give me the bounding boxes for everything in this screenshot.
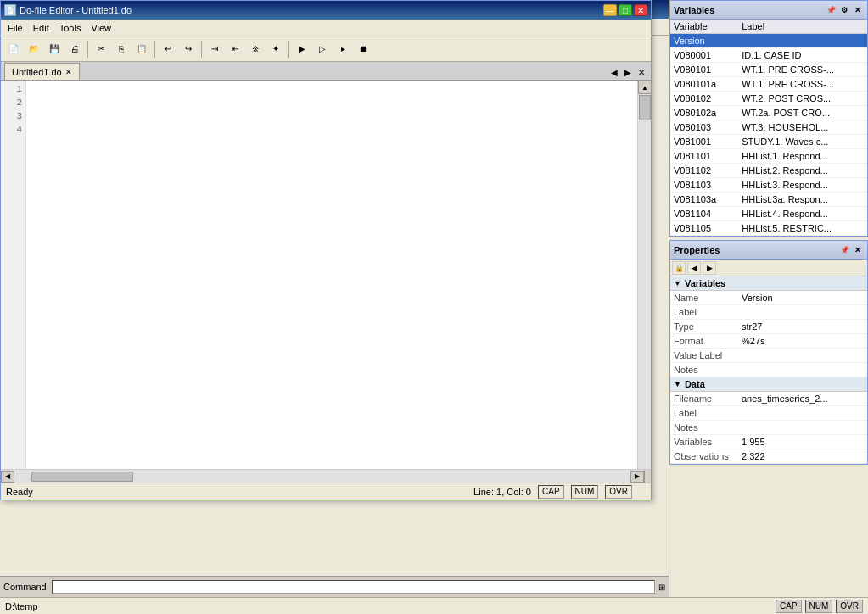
toolbar-sep-2 (154, 41, 155, 58)
table-row[interactable]: V081104HHList.4. Respond... (670, 207, 867, 221)
redo-button[interactable]: ↪ (179, 40, 198, 59)
line-number-3: 3 (1, 109, 25, 123)
props-field-value (738, 305, 867, 319)
table-row[interactable]: V080103WT.3. HOUSEHOL... (670, 120, 867, 135)
props-variables-section[interactable]: ▼ Variables (670, 276, 867, 291)
props-back-button[interactable]: ◀ (687, 261, 701, 275)
variables-panel-icons[interactable]: 📌 ⚙ ✕ (825, 4, 864, 16)
properties-panel-pin-icon[interactable]: 📌 (838, 244, 850, 256)
editor-content-area[interactable] (26, 81, 637, 469)
props-row: Typestr27 (670, 320, 867, 334)
props-lock-button[interactable]: 🔒 (672, 261, 686, 275)
table-row[interactable]: Version (670, 34, 867, 48)
props-field-value: anes_timeseries_2... (738, 392, 867, 405)
dofile-close-button[interactable]: ✕ (634, 4, 647, 16)
hscroll-thumb[interactable] (31, 472, 133, 482)
command-label: Command (3, 582, 47, 592)
props-field-label: Notes (670, 363, 738, 377)
dofile-menu-view[interactable]: View (86, 21, 116, 35)
dofile-menu-tools[interactable]: Tools (54, 21, 87, 35)
variable-name-cell: V081103a (670, 193, 738, 207)
dofile-tab-untitled[interactable]: Untitled1.do ✕ (4, 63, 80, 80)
comment-button[interactable]: ※ (246, 40, 265, 59)
dofile-maximize-button[interactable]: □ (619, 4, 632, 16)
run-selection-button[interactable]: ▷ (313, 40, 332, 59)
bottom-ovr-tag: OVR (836, 600, 863, 613)
dofile-menu-file[interactable]: File (3, 21, 28, 35)
table-row[interactable]: V080101WT.1. PRE CROSS-... (670, 63, 867, 77)
props-row: Filenameanes_timeseries_2... (670, 392, 867, 406)
tab-close-all-button[interactable]: ✕ (636, 66, 647, 78)
dofile-menu-edit[interactable]: Edit (28, 21, 54, 35)
properties-panel-icons[interactable]: 📌 ✕ (838, 244, 864, 256)
variable-label-cell: WT.1. PRE CROSS-... (738, 77, 867, 92)
props-data-fields: Filenameanes_timeseries_2...LabelNotesVa… (670, 392, 867, 464)
copy-button[interactable]: ⎘ (112, 40, 131, 59)
save-file-button[interactable]: 💾 (45, 40, 64, 59)
variables-table: Variable Label VersionV080001ID.1. CASE … (670, 20, 867, 236)
uncomment-button[interactable]: ✦ (266, 40, 285, 59)
paste-button[interactable]: 📋 (132, 40, 151, 59)
variables-panel-pin-icon[interactable]: 📌 (825, 4, 837, 16)
editor-vertical-scrollbar[interactable]: ▲ (637, 81, 651, 469)
props-row: Notes (670, 421, 867, 435)
properties-toolbar: 🔒 ◀ ▶ (670, 260, 867, 276)
editor-horizontal-scrollbar[interactable]: ◀ ▶ (1, 469, 651, 483)
table-row[interactable]: V081101HHList.1. Respond... (670, 149, 867, 164)
table-row[interactable]: V080102aWT.2a. POST CRO... (670, 106, 867, 120)
indent-button[interactable]: ⇥ (205, 40, 224, 59)
table-row[interactable]: V081105HHList.5. RESTRIC... (670, 221, 867, 236)
dofile-statusbar: Ready Line: 1, Col: 0 CAP NUM OVR (1, 483, 651, 500)
dofile-window-controls[interactable]: — □ ✕ (603, 4, 647, 16)
variables-table-container[interactable]: Variable Label VersionV080001ID.1. CASE … (670, 20, 867, 236)
variable-name-cell: V080102 (670, 92, 738, 106)
props-field-label: Label (670, 305, 738, 319)
line-number-4: 4 (1, 123, 25, 137)
hscroll-left-arrow[interactable]: ◀ (1, 471, 14, 483)
vscroll-thumb[interactable] (639, 95, 651, 120)
variables-panel-settings-icon[interactable]: ⚙ (838, 4, 850, 16)
run-button[interactable]: ▶ (293, 40, 311, 59)
command-panel-btn[interactable]: ⊞ (658, 583, 665, 592)
props-field-label: Label (670, 406, 738, 420)
hscroll-right-arrow[interactable]: ▶ (630, 471, 644, 483)
bottom-cap-tag: CAP (776, 600, 802, 613)
table-row[interactable]: V081103HHList.3. Respond... (670, 178, 867, 193)
props-field-label: Name (670, 291, 738, 304)
table-row[interactable]: V080102WT.2. POST CROS... (670, 92, 867, 106)
table-row[interactable]: V080101aWT.1. PRE CROSS-... (670, 77, 867, 92)
properties-panel-close-icon[interactable]: ✕ (852, 244, 864, 256)
table-row[interactable]: V081001STUDY.1. Waves c... (670, 135, 867, 149)
props-variables-toggle[interactable]: ▼ (674, 279, 681, 287)
editor-textarea[interactable] (26, 81, 637, 469)
props-data-toggle[interactable]: ▼ (674, 380, 681, 388)
props-field-label: Value Label (670, 349, 738, 362)
outdent-button[interactable]: ⇤ (226, 40, 244, 59)
line-number-2: 2 (1, 96, 25, 109)
dofile-tab-close-button[interactable]: ✕ (65, 68, 72, 76)
tab-scroll-left-button[interactable]: ◀ (608, 66, 620, 78)
command-input[interactable] (52, 580, 655, 594)
stop-button[interactable]: ⏹ (354, 40, 372, 59)
open-file-button[interactable]: 📂 (25, 40, 43, 59)
variables-panel-title: Variables (674, 5, 714, 15)
table-row[interactable]: V080001ID.1. CASE ID (670, 48, 867, 63)
new-file-button[interactable]: 📄 (4, 40, 23, 59)
dofile-minimize-button[interactable]: — (603, 4, 617, 16)
print-button[interactable]: 🖨 (65, 40, 84, 59)
variables-panel-close-icon[interactable]: ✕ (852, 4, 864, 16)
variable-label-cell: HHList.4. Respond... (738, 207, 867, 221)
props-data-section[interactable]: ▼ Data (670, 377, 867, 392)
props-forward-button[interactable]: ▶ (703, 261, 716, 275)
props-row: Label (670, 305, 867, 320)
cut-button[interactable]: ✂ (92, 40, 110, 59)
table-row[interactable]: V081102HHList.2. Respond... (670, 164, 867, 178)
scroll-corner (644, 470, 651, 483)
vscroll-up-arrow[interactable]: ▲ (638, 81, 651, 94)
table-row[interactable]: V081103aHHList.3a. Respon... (670, 193, 867, 207)
undo-button[interactable]: ↩ (159, 40, 177, 59)
props-field-value (738, 406, 867, 420)
props-variables-fields: NameVersionLabelTypestr27Format%27sValue… (670, 291, 867, 377)
tab-scroll-right-button[interactable]: ▶ (622, 66, 634, 78)
run-line-button[interactable]: ▸ (333, 40, 352, 59)
